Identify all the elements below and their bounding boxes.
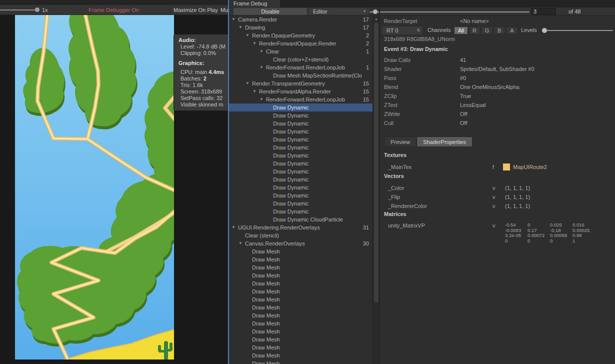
tree-row[interactable]: Draw Dynamic	[229, 120, 372, 128]
target-dropdown-value: Editor	[313, 8, 328, 14]
levels-slider[interactable]	[547, 30, 613, 31]
tree-row[interactable]: Draw Mesh	[229, 352, 372, 360]
tree-row[interactable]: Draw Mesh	[229, 328, 372, 336]
tree-row[interactable]: Draw Mesh	[229, 272, 372, 280]
channel-button-a[interactable]: A	[506, 26, 518, 34]
rt-index-value: RT 0	[386, 28, 398, 34]
tree-row[interactable]: Draw Dynamic	[229, 112, 372, 120]
tree-row[interactable]: ▼RenderForwardOpaque.Render2	[229, 40, 372, 48]
foldout-triangle-icon[interactable]: ▼	[252, 40, 256, 48]
tree-row[interactable]: Draw Mesh	[229, 288, 372, 296]
tree-row[interactable]: ▼Render.TransparentGeometry15	[229, 80, 372, 88]
tree-row[interactable]: Clear (color+Z+stencil)	[229, 56, 372, 64]
event-title: Event #3: Draw Dynamic	[384, 46, 448, 52]
tree-row[interactable]: Draw Dynamic	[229, 160, 372, 168]
tree-row[interactable]: Draw Mesh	[229, 304, 372, 312]
tree-row[interactable]: Draw Dynamic	[229, 104, 372, 112]
textures-header: Textures	[384, 152, 406, 158]
event-slider-knob[interactable]	[373, 10, 378, 14]
texture-row[interactable]: _MainTex f MapUIRoute2	[380, 162, 615, 172]
tree-row[interactable]: Draw Mesh	[229, 320, 372, 328]
matrix-values: -0.5400.0250.016 -0.00830.17-0.180.00025…	[505, 222, 595, 244]
property-row: Pass#0	[380, 74, 615, 82]
tree-row[interactable]: ▼Canvas.RenderOverlays30	[229, 240, 372, 248]
tree-row[interactable]: ▼RenderForwardAlpha.Render15	[229, 88, 372, 96]
foldout-triangle-icon[interactable]: ▼	[260, 96, 264, 104]
foldout-triangle-icon[interactable]: ▼	[238, 24, 242, 32]
tree-row[interactable]: Draw Dynamic	[229, 192, 372, 200]
texture-property-name: _MainTex	[388, 162, 412, 172]
foldout-triangle-icon[interactable]: ▼	[238, 240, 242, 248]
tree-row[interactable]: Clear (stencil)	[229, 232, 372, 240]
tree-row[interactable]: Draw Dynamic CloudParticle	[229, 216, 372, 224]
tree-row[interactable]: Draw Dynamic	[229, 208, 372, 216]
event-slider[interactable]	[370, 12, 530, 12]
tree-row[interactable]: ▼Render.OpaqueGeometry2	[229, 32, 372, 40]
rt-index-dropdown[interactable]: RT 0 ⇅	[382, 26, 422, 34]
tab-preview[interactable]: Preview	[384, 136, 416, 147]
tree-row[interactable]: Draw Mesh	[229, 344, 372, 352]
mute-audio-button[interactable]: Mu	[220, 7, 228, 13]
tree-row[interactable]: Draw Mesh	[229, 264, 372, 272]
tree-row[interactable]: ▼Clear1	[229, 48, 372, 56]
target-dropdown[interactable]: Editor ▾	[309, 8, 368, 15]
tree-row[interactable]: Draw Dynamic	[229, 152, 372, 160]
channel-button-g[interactable]: G	[481, 26, 493, 34]
foldout-triangle-icon[interactable]: ▼	[260, 48, 264, 56]
tree-row[interactable]: ▼UGUI.Rendering.RenderOverlays31	[229, 224, 372, 232]
tree-row[interactable]: Draw Mesh	[229, 336, 372, 344]
tree-row-label: Draw Mesh	[252, 272, 280, 280]
tree-row[interactable]: Draw Dynamic	[229, 176, 372, 184]
tree-row[interactable]: Draw Dynamic	[229, 184, 372, 192]
game-view-toolbar: 1x Frame Debugger On Maximize On Play Mu	[0, 5, 228, 15]
tree-row[interactable]: Draw Dynamic	[229, 168, 372, 176]
tree-scrollbar[interactable]: ▲	[372, 16, 379, 364]
tree-row[interactable]: ▼Camera.Render17	[229, 16, 372, 24]
channel-button-b[interactable]: B	[494, 26, 506, 34]
foldout-triangle-icon[interactable]: ▼	[260, 64, 264, 72]
foldout-triangle-icon[interactable]: ▼	[246, 32, 250, 40]
tree-row-label: Draw Dynamic CloudParticle	[273, 216, 343, 224]
tree-row[interactable]: Draw Mesh	[229, 248, 372, 256]
foldout-triangle-icon[interactable]: ▼	[252, 88, 256, 96]
vector-name: _Flip	[388, 192, 400, 202]
channel-button-all[interactable]: All	[454, 26, 468, 34]
tree-row[interactable]: Draw Dynamic	[229, 200, 372, 208]
levels-slider-knob[interactable]	[542, 28, 547, 33]
foldout-triangle-icon[interactable]: ▼	[232, 16, 236, 24]
shader-link[interactable]: Sprites/Default, SubShader #0	[460, 64, 534, 74]
tree-row[interactable]: ▼RenderForward.RenderLoopJob1	[229, 64, 372, 72]
foldout-triangle-icon[interactable]: ▼	[232, 224, 236, 232]
preview-shader-tabs: PreviewShaderProperties	[384, 136, 472, 147]
stat-line: Screen: 318x689	[178, 88, 229, 95]
maximize-on-play-button[interactable]: Maximize On Play	[174, 7, 218, 13]
game-pretoolbar	[0, 0, 228, 5]
tree-row[interactable]: ▼Drawing17	[229, 24, 372, 32]
tab-shader-properties[interactable]: ShaderProperties	[416, 136, 472, 147]
tree-row-count: 17	[363, 24, 369, 32]
tree-row[interactable]: Draw Dynamic	[229, 144, 372, 152]
disable-button[interactable]: Disable	[234, 8, 307, 15]
stat-text: Visible skinned m	[180, 102, 223, 108]
texture-thumbnail[interactable]	[503, 164, 510, 170]
tab-frame-debug[interactable]: Frame Debug	[230, 0, 280, 8]
tree-row[interactable]: Draw Mesh MapSectionRuntime(Clo	[229, 72, 372, 80]
tree-row-label: Draw Dynamic	[273, 104, 309, 112]
foldout-triangle-icon[interactable]: ▼	[246, 80, 250, 88]
tree-row[interactable]: Draw Dynamic	[229, 128, 372, 136]
tree-row[interactable]: ▼RenderForward.RenderLoopJob15	[229, 96, 372, 104]
event-number-input[interactable]	[531, 8, 556, 15]
scale-slider[interactable]	[0, 10, 37, 10]
channel-button-r[interactable]: R	[468, 26, 480, 34]
event-details-panel: RenderTarget <No name> RT 0 ⇅ Channels A…	[380, 16, 615, 364]
property-label: ZWrite	[384, 110, 400, 118]
tree-row[interactable]: Draw Mesh	[229, 360, 372, 364]
scrollbar-thumb[interactable]	[374, 22, 378, 302]
tree-row-label: RenderForwardAlpha.Render	[259, 88, 331, 96]
scale-slider-knob[interactable]	[35, 8, 40, 12]
tree-row[interactable]: Draw Mesh	[229, 280, 372, 288]
tree-row[interactable]: Draw Mesh	[229, 296, 372, 304]
tree-row[interactable]: Draw Mesh	[229, 256, 372, 264]
tree-row[interactable]: Draw Dynamic	[229, 136, 372, 144]
tree-row[interactable]: Draw Mesh	[229, 312, 372, 320]
